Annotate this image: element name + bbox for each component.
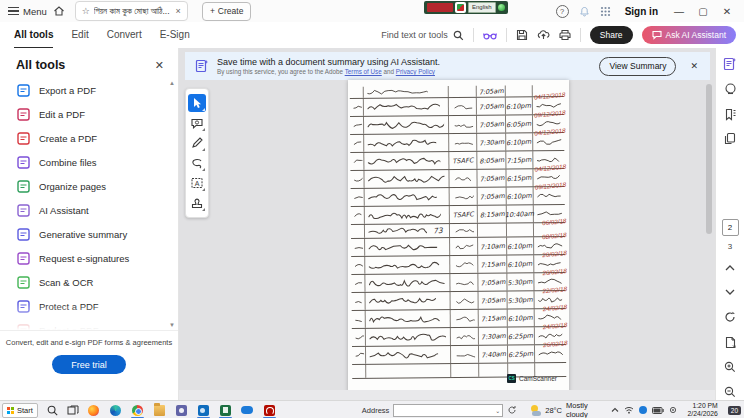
ask-ai-assistant-button[interactable]: Ask AI Assistant [642,26,736,44]
sidebar-item-scan-ocr[interactable]: Scan & OCR [0,270,178,294]
sidebar-item-organize-pages[interactable]: Organize pages [0,174,178,198]
chevron-down-button[interactable] [721,284,739,301]
generative-summary-icon [17,228,30,241]
zoom-out-button[interactable] [721,383,739,400]
register-row: TSAFC 8:05am 7:15pm [350,151,564,171]
privacy-policy-link[interactable]: Privacy Policy [396,68,435,75]
taskbar-app-excel[interactable] [219,403,232,418]
sidebar-item-combine-files[interactable]: Combine files [0,150,178,174]
language-mode-select[interactable]: English [468,2,496,13]
sign-in-button[interactable]: Sign in [625,6,658,17]
view-summary-button[interactable]: View Summary [599,57,676,76]
sidebar-item-ai-assistant[interactable]: AI Assistant [0,198,178,222]
fit-page-button[interactable] [721,334,739,351]
sidebar-item-generative-summary[interactable]: Generative summary [0,222,178,246]
zoom-in-button[interactable] [721,358,739,375]
sidebar-item-label: Export a PDF [39,85,96,96]
document-scrollbar[interactable]: ⌄ [706,82,712,392]
create-tab-button[interactable]: + Create [202,2,251,21]
taskbar-app-chrome[interactable] [131,403,144,418]
menu-button[interactable]: Menu [8,5,47,18]
tray-chevron-up-icon[interactable] [611,407,619,413]
avro-keyboard-icon[interactable] [455,2,466,13]
notification-count-badge[interactable]: 20 [728,406,741,415]
create-label: Create [218,6,244,16]
sidebar-item-create-a-pdf[interactable]: Create a PDF [0,126,178,150]
sidebar-close-icon[interactable]: ✕ [155,59,164,72]
maximize-button[interactable]: ▢ [696,6,710,17]
close-tab-icon[interactable]: × [176,6,181,16]
document-tab[interactable]: ☆ পিয়ন কাম কুক মোছা আঠি... × [75,1,188,21]
ai-summary-banner: Save time with a document summary using … [185,52,710,80]
scroll-up-icon[interactable]: ▲ [169,80,175,86]
close-window-button[interactable]: ✕ [720,6,734,17]
camscanner-text: CamScanner [519,375,557,382]
sidebar-scrollbar[interactable]: ▲ ▼ [168,80,176,328]
time-in-cell: 7:05am [478,188,507,205]
sidebar-item-label: AI Assistant [39,205,89,216]
settings-gear-icon[interactable] [669,406,677,414]
toolbar-tab-edit[interactable]: Edit [71,22,88,47]
rotate-button[interactable] [721,309,739,326]
select-tool-button[interactable] [188,94,206,112]
taskbar-app-acrobat[interactable] [263,403,276,418]
scroll-down-icon[interactable]: ▼ [169,322,175,328]
print-icon[interactable] [559,29,571,41]
banner-subtitle: By using this service, you agree to the … [217,68,440,75]
taskbar-app-edge[interactable] [109,403,122,418]
weather-widget[interactable]: 28°C Mostly cloudy [531,401,600,418]
comment-tool-button[interactable] [188,114,206,132]
taskbar-app-teams[interactable] [175,403,188,418]
wifi-icon[interactable] [624,406,634,414]
address-go-icon[interactable] [507,405,517,415]
taskbar-app-onedrive[interactable] [241,403,254,418]
battery-icon[interactable] [652,407,664,414]
taskbar-app-file-explorer[interactable] [153,403,166,418]
find-text-button[interactable]: Find text or tools [381,30,464,41]
toolbar-tab-convert[interactable]: Convert [107,22,142,47]
task-view-icon[interactable] [67,405,79,416]
generative-summary-panel-button[interactable] [721,56,739,73]
address-dropdown-icon[interactable]: ⌄ [495,407,500,414]
save-icon[interactable] [516,29,528,41]
taskbar-clock[interactable]: 1:20 PM 2/24/2026 [688,402,718,418]
zoom-in-icon [724,361,736,373]
draw-tool-button[interactable] [188,134,206,152]
sidebar-item-request-e-signatures[interactable]: Request e-signatures [0,246,178,270]
comments-panel-button[interactable] [721,81,739,98]
apps-grid-icon[interactable] [600,6,611,17]
stamp-tool-button[interactable] [188,194,206,212]
toolbar-tab-e-sign[interactable]: E-Sign [160,22,190,47]
share-button[interactable]: Share [590,26,633,44]
scrollbar-thumb[interactable] [706,84,712,234]
address-input[interactable]: ⌄ [393,404,503,417]
add-text-tool-button[interactable]: A [188,174,206,192]
taskbar-app-firefox[interactable] [87,403,100,418]
chevron-up-button[interactable] [721,259,739,276]
taskbar-app-outlook[interactable] [197,403,210,418]
sidebar-item-export-a-pdf[interactable]: Export a PDF [0,78,178,102]
star-icon[interactable]: ☆ [82,6,90,16]
cloud-upload-icon[interactable] [537,29,550,41]
minimize-button[interactable]: — [672,6,686,17]
time-in-cell: 7:10am [478,238,507,255]
post-cell [450,188,478,205]
free-trial-button[interactable]: Free trial [52,355,126,374]
keyboard-layout-badge[interactable] [427,3,453,12]
home-button[interactable] [53,5,65,17]
pdf-page[interactable]: 7:05am 7:05am 6:10pm 04/12/2018 7:05am 6… [348,80,569,393]
lasso-tool-button[interactable] [188,154,206,172]
page-thumbnails-panel-button[interactable] [721,130,739,147]
bookmarks-panel-button[interactable] [721,106,739,123]
ai-glasses-icon[interactable] [483,30,497,41]
start-button[interactable]: Start [2,403,38,418]
taskbar-search-icon[interactable] [47,405,58,416]
bell-icon[interactable] [579,6,590,17]
page-number-input[interactable]: 2 [722,219,739,236]
help-icon[interactable]: ? [556,5,569,18]
sidebar-item-edit-a-pdf[interactable]: Edit a PDF [0,102,178,126]
onedrive-tray-icon[interactable] [639,406,647,414]
terms-of-use-link[interactable]: Terms of Use [345,68,382,75]
banner-close-icon[interactable]: ✕ [690,61,698,71]
toolbar-tab-all-tools[interactable]: All tools [14,22,53,49]
